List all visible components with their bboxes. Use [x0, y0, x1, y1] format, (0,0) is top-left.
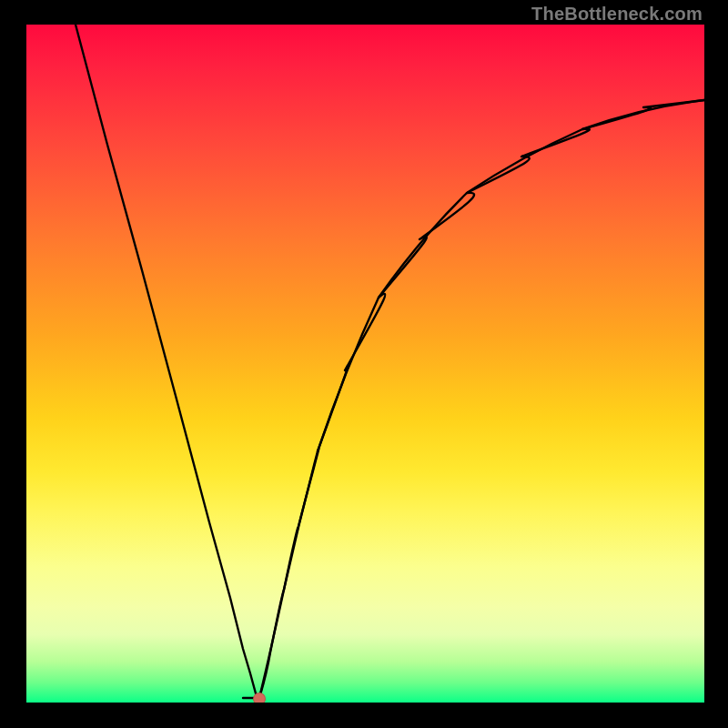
curve-right-branch: [259, 100, 704, 698]
curve-left-branch: [76, 25, 259, 698]
plot-area: [26, 25, 704, 703]
chart-wrap: TheBottleneck.com: [0, 0, 728, 728]
min-point-marker: [253, 693, 266, 703]
watermark-label: TheBottleneck.com: [531, 4, 703, 25]
curve-svg: [26, 25, 704, 703]
curve-right-branch-clean: [259, 100, 704, 698]
